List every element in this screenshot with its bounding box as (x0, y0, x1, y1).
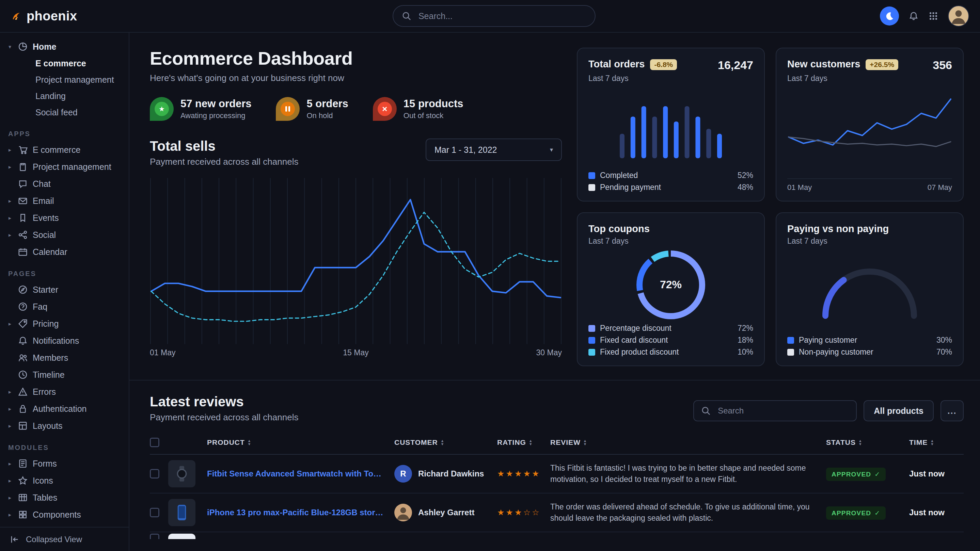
sidebar-section-modules: MODULES (8, 444, 129, 452)
status-badge: APPROVED✓ (826, 507, 886, 520)
cart-icon (18, 144, 28, 155)
sort-icon: ▴▾ (441, 439, 444, 446)
order-stats: ★ 57 new ordersAwating processing 5 orde… (150, 97, 562, 121)
more-options-button[interactable]: ... (940, 400, 964, 421)
column-review[interactable]: REVIEW▴▾ (550, 438, 826, 446)
sidebar-item-errors[interactable]: ▸ Errors (0, 383, 129, 400)
sidebar-item-pricing[interactable]: ▸ Pricing (0, 315, 129, 332)
chevron-right-icon: ▸ (7, 198, 13, 204)
total-sells-subtitle: Payment received across all channels (150, 157, 298, 167)
apps-menu-button[interactable] (928, 10, 939, 22)
column-status[interactable]: STATUS▴▾ (826, 438, 909, 446)
notifications-button[interactable] (908, 10, 919, 22)
chevron-right-icon: ▸ (7, 389, 13, 395)
customer-cell: Ashley Garrett (394, 504, 497, 521)
chevron-right-icon: ▸ (7, 232, 13, 238)
review-text: This Fitbit is fantastic! I was trying t… (550, 462, 826, 485)
sidebar-item-ecommerce[interactable]: E commerce (0, 55, 129, 71)
sort-icon: ▴▾ (530, 439, 532, 446)
donut-center-value: 72% (635, 249, 706, 320)
sidebar-section-pages: PAGES (8, 270, 129, 278)
bell-icon (18, 335, 28, 346)
column-customer[interactable]: CUSTOMER▴▾ (394, 438, 497, 446)
reviews-search[interactable] (693, 400, 857, 421)
question-circle-icon (18, 302, 28, 312)
review-text: The order was delivered ahead of schedul… (550, 501, 826, 524)
bell-icon (908, 10, 919, 22)
sidebar-item-starter[interactable]: Starter (0, 281, 129, 298)
row-checkbox[interactable] (150, 469, 159, 478)
chevron-right-icon: ▸ (7, 321, 13, 327)
collapsed-view-toggle[interactable]: Collapsed View (0, 527, 129, 551)
global-search-input[interactable] (417, 11, 587, 22)
sidebar-item-chat[interactable]: Chat (0, 175, 129, 192)
review-time: Just now (909, 469, 964, 478)
reviews-search-input[interactable] (716, 405, 849, 416)
select-all-checkbox[interactable] (150, 438, 159, 447)
row-checkbox[interactable] (150, 534, 159, 539)
global-search[interactable] (393, 5, 595, 27)
sidebar-item-landing[interactable]: Landing (0, 88, 129, 104)
rating-stars: ★★★☆☆ (497, 508, 550, 517)
top-coupons-donut-chart: 72% (635, 249, 706, 320)
sidebar-item-authentication[interactable]: ▸ Authentication (0, 400, 129, 417)
star-icon: ★ (159, 105, 165, 112)
latest-reviews-title: Latest reviews (150, 394, 298, 410)
sidebar-item-forms[interactable]: ▸ Forms (0, 455, 129, 472)
review-row-partial (150, 532, 964, 539)
chevron-right-icon: ▸ (7, 423, 13, 429)
sidebar-item-email[interactable]: ▸ Email (0, 192, 129, 209)
brand[interactable]: phoenix (11, 7, 129, 25)
theme-toggle-button[interactable] (880, 6, 899, 25)
x-circle-icon: × (373, 97, 397, 121)
product-thumbnail[interactable] (168, 460, 196, 487)
legend-paying-customer: Paying customer 30% (787, 335, 952, 345)
user-avatar[interactable] (948, 5, 969, 27)
all-products-button[interactable]: All products (864, 400, 934, 421)
sidebar-item-home[interactable]: ▾ Home (0, 38, 129, 55)
sidebar-item-members[interactable]: Members (0, 349, 129, 366)
row-checkbox[interactable] (150, 508, 159, 517)
product-link[interactable]: iPhone 13 pro max-Pacific Blue-128GB sto… (207, 508, 394, 517)
reviews-table: PRODUCT▴▾ CUSTOMER▴▾ RATING▴▾ REVIEW▴▾ S… (150, 433, 964, 539)
navbar-actions (880, 5, 969, 27)
chevron-right-icon: ▸ (7, 215, 13, 221)
sidebar-section-apps: APPS (8, 130, 129, 138)
review-row: Fitbit Sense Advanced Smartwatch with To… (150, 455, 964, 494)
sidebar-item-icons[interactable]: ▸ Icons (0, 472, 129, 489)
product-thumbnail[interactable] (168, 499, 196, 526)
sidebar-item-components[interactable]: ▸ Components (0, 506, 129, 523)
sidebar-item-faq[interactable]: Faq (0, 298, 129, 315)
date-range-select[interactable]: Mar 1 - 31, 2022 ▾ (426, 138, 562, 161)
chevron-right-icon: ▸ (7, 164, 13, 170)
legend-pending-payment: Pending payment 48% (589, 183, 753, 192)
check-icon: ✓ (875, 470, 880, 478)
column-time[interactable]: TIME▴▾ (909, 438, 964, 446)
sidebar-item-layouts[interactable]: ▸ Layouts (0, 417, 129, 434)
table-icon (18, 492, 28, 503)
sidebar-item-events[interactable]: ▸ Events (0, 209, 129, 226)
review-row: iPhone 13 pro max-Pacific Blue-128GB sto… (150, 494, 964, 532)
sidebar-item-notifications[interactable]: Notifications (0, 332, 129, 349)
column-rating[interactable]: RATING▴▾ (497, 438, 550, 446)
person-icon (949, 6, 969, 26)
sidebar-item-apps-project-management[interactable]: ▸ Project management (0, 158, 129, 175)
form-icon (18, 459, 28, 468)
sidebar-item-social[interactable]: ▸ Social (0, 226, 129, 243)
stat-new-orders: ★ 57 new ordersAwating processing (150, 97, 251, 121)
lock-icon (18, 403, 28, 414)
column-product[interactable]: PRODUCT▴▾ (207, 438, 394, 446)
brand-name: phoenix (27, 9, 77, 24)
sidebar-item-calendar[interactable]: Calendar (0, 243, 129, 260)
sidebar-item-social-feed[interactable]: Social feed (0, 104, 129, 121)
total-sells-title: Total sells (150, 138, 298, 154)
sidebar-item-timeline[interactable]: Timeline (0, 366, 129, 383)
product-link[interactable]: Fitbit Sense Advanced Smartwatch with To… (207, 469, 394, 478)
sidebar-item-project-management[interactable]: Project management (0, 71, 129, 88)
sidebar-item-apps-ecommerce[interactable]: ▸ E commerce (0, 141, 129, 158)
sidebar-item-tables[interactable]: ▸ Tables (0, 489, 129, 506)
review-time: Just now (909, 508, 964, 517)
chevron-down-icon: ▾ (7, 44, 13, 50)
latest-reviews-subtitle: Payment received across all channels (150, 412, 298, 423)
product-thumbnail[interactable] (168, 534, 196, 539)
